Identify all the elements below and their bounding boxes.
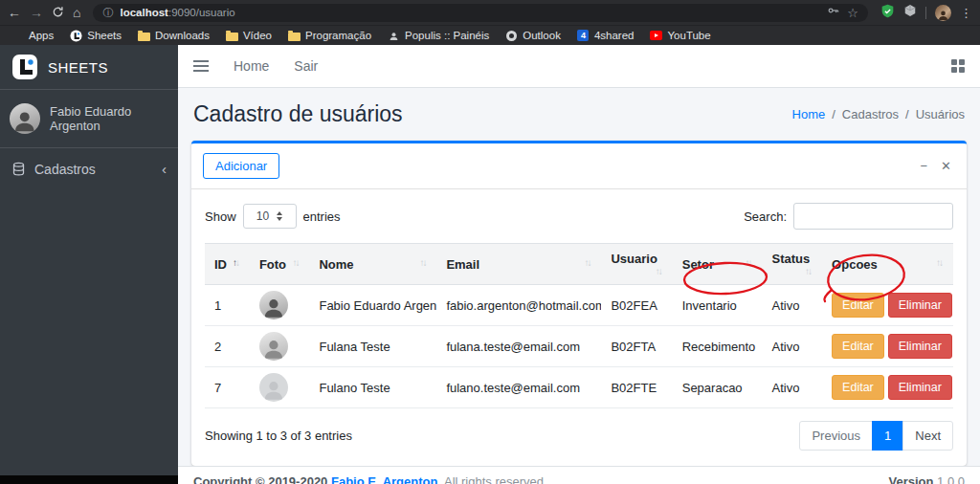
sidebar-item-cadastros[interactable]: Cadastros ‹: [0, 148, 178, 189]
delete-button[interactable]: Eliminar: [888, 375, 952, 400]
app-logo-icon: [11, 54, 38, 80]
back-icon[interactable]: ←: [8, 6, 21, 19]
bookmark-downloads[interactable]: Downloads: [138, 30, 210, 42]
populis-icon: [388, 30, 400, 42]
youtube-icon: [650, 30, 662, 42]
breadcrumb: Home / Cadastros / Usuários: [792, 107, 965, 121]
pagination-next[interactable]: Next: [902, 421, 953, 451]
column-header-status[interactable]: Status↑↓: [763, 244, 823, 285]
user-avatar: [10, 103, 40, 134]
adblock-shield-extension-icon[interactable]: [880, 4, 895, 22]
browser-menu-icon[interactable]: ⋮: [960, 6, 972, 20]
sheets-logo-icon: [70, 30, 82, 42]
cell-email: fulana.teste@email.com: [436, 326, 601, 367]
select-spinner-icon: [277, 211, 282, 221]
bookmark-youtube[interactable]: YouTube: [650, 30, 710, 42]
chevron-left-icon: ‹: [162, 161, 167, 177]
sort-icon: ↑↓: [233, 257, 240, 268]
edit-button[interactable]: Editar: [832, 334, 884, 359]
sort-icon: ↑↓: [936, 257, 944, 268]
pagination-page-1[interactable]: 1: [872, 421, 903, 451]
cell-id: 7: [205, 367, 250, 408]
bookmark-video[interactable]: Vídeo: [226, 30, 272, 42]
pagination-previous[interactable]: Previous: [799, 421, 873, 451]
brand-link[interactable]: SHEETS: [0, 45, 178, 90]
password-key-icon[interactable]: [827, 4, 840, 21]
column-header-usuario[interactable]: Usuario↑↓: [601, 244, 672, 285]
close-icon[interactable]: ✕: [941, 160, 951, 172]
4shared-icon: 4: [577, 30, 590, 42]
table-row: 7 Fulano Teste fulano.teste@email.com B0…: [205, 367, 953, 408]
author-link[interactable]: Fabio E. Argenton.: [331, 474, 441, 484]
bookmark-programacao[interactable]: Programação: [288, 30, 371, 42]
sidebar-item-label: Cadastros: [34, 162, 153, 177]
url-text: localhost:9090/usuario: [120, 7, 820, 18]
page-length-select[interactable]: 10: [243, 204, 297, 229]
breadcrumb-home[interactable]: Home: [792, 107, 826, 121]
table-header-row: ID↑↓ Foto↑↓ Nome↑↓ Email↑↓ Usuario↑↓ Set…: [205, 244, 953, 285]
bookmark-4shared[interactable]: 4 4shared: [577, 30, 635, 42]
cell-status: Ativo: [763, 367, 823, 408]
collapse-icon[interactable]: −: [921, 160, 928, 172]
add-button[interactable]: Adicionar: [203, 153, 279, 179]
sort-icon: ↑↓: [584, 257, 591, 268]
browser-toolbar: ← → ⌂ ⓘ localhost:9090/usuario ☆ ⋮: [0, 0, 980, 25]
column-header-id[interactable]: ID↑↓: [205, 244, 250, 285]
bookmark-star-icon[interactable]: ☆: [847, 6, 858, 20]
cell-usuario: B02FTA: [601, 326, 672, 367]
toolbar-separator: [925, 7, 926, 19]
show-label: Show: [205, 209, 236, 224]
top-navbar: Home Sair: [178, 45, 980, 88]
url-path: :9090/usuario: [168, 7, 235, 18]
bookmark-populis[interactable]: Populis :: Painéis: [388, 30, 489, 42]
cube-extension-icon[interactable]: [903, 4, 917, 21]
search-input[interactable]: [793, 203, 953, 230]
sort-icon: ↑↓: [746, 257, 753, 268]
column-header-nome[interactable]: Nome↑↓: [309, 244, 436, 285]
url-host: localhost: [120, 7, 167, 18]
bookmark-outlook[interactable]: Outlook: [505, 30, 561, 42]
column-header-setor[interactable]: Setor↑↓: [673, 244, 763, 285]
copyright-text: Copyright © 2019-2020 Fabio E. Argenton.…: [193, 474, 547, 484]
delete-button[interactable]: Eliminar: [888, 293, 952, 318]
cell-email: fabio.argenton@hotmail.com: [436, 285, 601, 326]
users-card: Adicionar − ✕ Show 10 entries: [191, 141, 967, 466]
cell-usuario: B02FTE: [601, 367, 672, 408]
column-header-opcoes[interactable]: Opcoes↑↓: [822, 244, 953, 285]
home-icon[interactable]: ⌂: [73, 6, 80, 19]
breadcrumb-usuarios: Usuários: [916, 107, 965, 121]
site-info-icon[interactable]: ⓘ: [102, 6, 113, 20]
grid-menu-icon[interactable]: [951, 59, 965, 73]
user-photo-avatar: [259, 332, 288, 361]
sort-icon: ↑↓: [419, 257, 427, 268]
address-bar[interactable]: ⓘ localhost:9090/usuario ☆: [93, 4, 868, 22]
reload-icon[interactable]: [52, 6, 64, 20]
table-row: 2 Fulana Teste fulana.teste@email.com B0…: [205, 326, 953, 367]
sidebar-user-panel[interactable]: Fabio Eduardo Argenton: [0, 90, 178, 148]
column-header-email[interactable]: Email↑↓: [436, 244, 601, 285]
cell-nome: Fabio Eduardo Argenton: [309, 285, 436, 326]
nav-link-sair[interactable]: Sair: [294, 58, 318, 74]
sidebar-toggle-icon[interactable]: [193, 60, 209, 72]
edit-button[interactable]: Editar: [832, 293, 884, 318]
cell-email: fulano.teste@email.com: [436, 367, 601, 408]
delete-button[interactable]: Eliminar: [888, 334, 952, 359]
cell-id: 1: [205, 285, 250, 326]
bookmark-sheets[interactable]: Sheets: [70, 30, 122, 42]
cell-id: 2: [205, 326, 250, 367]
pagination: Previous 1 Next: [799, 421, 953, 451]
brand-text: SHEETS: [48, 59, 108, 76]
users-table: ID↑↓ Foto↑↓ Nome↑↓ Email↑↓ Usuario↑↓ Set…: [205, 243, 953, 408]
forward-icon[interactable]: →: [30, 6, 43, 19]
browser-profile-avatar[interactable]: [935, 5, 951, 21]
apps-grid-icon: [11, 30, 24, 42]
search-label: Search:: [744, 209, 787, 224]
edit-button[interactable]: Editar: [832, 375, 884, 400]
cell-setor: Inventario: [673, 285, 763, 326]
bookmark-apps[interactable]: Apps: [11, 30, 54, 42]
column-header-foto[interactable]: Foto↑↓: [250, 244, 310, 285]
user-photo-avatar: [259, 291, 288, 319]
app-footer: Copyright © 2019-2020 Fabio E. Argenton.…: [178, 466, 980, 484]
nav-link-home[interactable]: Home: [234, 58, 269, 74]
table-info: Showing 1 to 3 of 3 entries: [205, 429, 352, 443]
